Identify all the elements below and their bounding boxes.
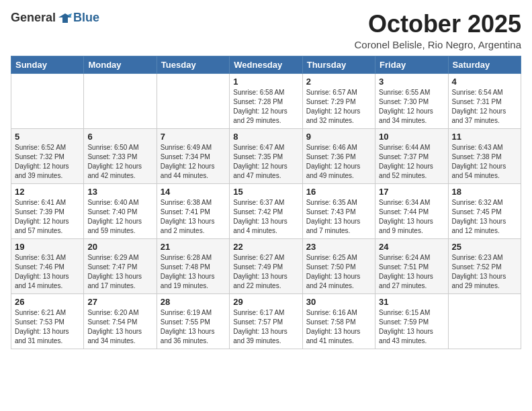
day-number: 28 (161, 297, 226, 307)
calendar-cell: 16Sunrise: 6:35 AM Sunset: 7:43 PM Dayli… (302, 183, 375, 238)
day-number: 22 (233, 242, 298, 252)
calendar-header-row: SundayMondayTuesdayWednesdayThursdayFrid… (11, 56, 521, 73)
day-info: Sunrise: 6:50 AM Sunset: 7:33 PM Dayligh… (87, 143, 152, 181)
day-info: Sunrise: 6:16 AM Sunset: 7:58 PM Dayligh… (306, 308, 371, 346)
day-number: 8 (233, 132, 298, 142)
day-info: Sunrise: 6:58 AM Sunset: 7:28 PM Dayligh… (233, 88, 298, 126)
calendar-table: SundayMondayTuesdayWednesdayThursdayFrid… (11, 56, 521, 349)
calendar-week-row: 19Sunrise: 6:31 AM Sunset: 7:46 PM Dayli… (11, 238, 521, 293)
day-number: 18 (452, 187, 517, 197)
day-info: Sunrise: 6:37 AM Sunset: 7:42 PM Dayligh… (233, 198, 298, 236)
day-number: 19 (15, 242, 80, 252)
day-info: Sunrise: 6:29 AM Sunset: 7:47 PM Dayligh… (87, 253, 152, 291)
day-info: Sunrise: 6:15 AM Sunset: 7:59 PM Dayligh… (379, 308, 444, 346)
calendar-cell: 1Sunrise: 6:58 AM Sunset: 7:28 PM Daylig… (230, 73, 302, 128)
day-info: Sunrise: 6:44 AM Sunset: 7:37 PM Dayligh… (379, 143, 444, 181)
calendar-cell: 24Sunrise: 6:24 AM Sunset: 7:51 PM Dayli… (375, 238, 448, 293)
column-header-sunday: Sunday (11, 56, 84, 73)
day-info: Sunrise: 6:40 AM Sunset: 7:40 PM Dayligh… (87, 198, 152, 236)
calendar-week-row: 26Sunrise: 6:21 AM Sunset: 7:53 PM Dayli… (11, 293, 521, 349)
day-number: 15 (233, 187, 298, 197)
day-number: 26 (15, 297, 80, 307)
day-info: Sunrise: 6:43 AM Sunset: 7:38 PM Dayligh… (452, 143, 517, 181)
day-number: 31 (379, 297, 444, 307)
logo-general-text: General (11, 11, 56, 25)
logo-blue-text: Blue (73, 11, 99, 25)
calendar-cell: 3Sunrise: 6:55 AM Sunset: 7:30 PM Daylig… (375, 73, 448, 128)
day-info: Sunrise: 6:35 AM Sunset: 7:43 PM Dayligh… (306, 198, 371, 236)
day-info: Sunrise: 6:49 AM Sunset: 7:34 PM Dayligh… (161, 143, 226, 181)
calendar-cell: 28Sunrise: 6:19 AM Sunset: 7:55 PM Dayli… (157, 293, 229, 349)
day-number: 17 (379, 187, 444, 197)
calendar-cell: 22Sunrise: 6:27 AM Sunset: 7:49 PM Dayli… (230, 238, 302, 293)
calendar-cell: 19Sunrise: 6:31 AM Sunset: 7:46 PM Dayli… (11, 238, 84, 293)
day-number: 29 (233, 297, 298, 307)
day-info: Sunrise: 6:57 AM Sunset: 7:29 PM Dayligh… (306, 88, 371, 126)
logo-bird-icon (58, 12, 72, 24)
day-number: 5 (15, 132, 80, 142)
calendar-cell: 7Sunrise: 6:49 AM Sunset: 7:34 PM Daylig… (157, 128, 229, 183)
calendar-cell (84, 73, 157, 128)
day-info: Sunrise: 6:38 AM Sunset: 7:41 PM Dayligh… (161, 198, 226, 236)
calendar-cell: 13Sunrise: 6:40 AM Sunset: 7:40 PM Dayli… (84, 183, 157, 238)
calendar-cell: 31Sunrise: 6:15 AM Sunset: 7:59 PM Dayli… (375, 293, 448, 349)
calendar-cell: 11Sunrise: 6:43 AM Sunset: 7:38 PM Dayli… (448, 128, 521, 183)
calendar-cell: 2Sunrise: 6:57 AM Sunset: 7:29 PM Daylig… (302, 73, 375, 128)
day-number: 16 (306, 187, 371, 197)
day-info: Sunrise: 6:25 AM Sunset: 7:50 PM Dayligh… (306, 253, 371, 291)
logo: General Blue (11, 11, 99, 25)
day-number: 30 (306, 297, 371, 307)
location-subtitle: Coronel Belisle, Rio Negro, Argentina (355, 39, 521, 50)
calendar-cell: 8Sunrise: 6:47 AM Sunset: 7:35 PM Daylig… (230, 128, 302, 183)
calendar-cell: 6Sunrise: 6:50 AM Sunset: 7:33 PM Daylig… (84, 128, 157, 183)
calendar-cell: 14Sunrise: 6:38 AM Sunset: 7:41 PM Dayli… (157, 183, 229, 238)
calendar-cell: 21Sunrise: 6:28 AM Sunset: 7:48 PM Dayli… (157, 238, 229, 293)
column-header-wednesday: Wednesday (230, 56, 302, 73)
day-number: 24 (379, 242, 444, 252)
month-title: October 2025 (355, 11, 521, 38)
day-info: Sunrise: 6:21 AM Sunset: 7:53 PM Dayligh… (15, 308, 80, 346)
calendar-cell: 20Sunrise: 6:29 AM Sunset: 7:47 PM Dayli… (84, 238, 157, 293)
calendar-cell: 23Sunrise: 6:25 AM Sunset: 7:50 PM Dayli… (302, 238, 375, 293)
calendar-cell (157, 73, 229, 128)
day-number: 10 (379, 132, 444, 142)
day-number: 7 (161, 132, 226, 142)
calendar-cell: 5Sunrise: 6:52 AM Sunset: 7:32 PM Daylig… (11, 128, 84, 183)
day-info: Sunrise: 6:24 AM Sunset: 7:51 PM Dayligh… (379, 253, 444, 291)
calendar-week-row: 5Sunrise: 6:52 AM Sunset: 7:32 PM Daylig… (11, 128, 521, 183)
calendar-cell: 4Sunrise: 6:54 AM Sunset: 7:31 PM Daylig… (448, 73, 521, 128)
day-number: 13 (87, 187, 152, 197)
day-info: Sunrise: 6:28 AM Sunset: 7:48 PM Dayligh… (161, 253, 226, 291)
column-header-thursday: Thursday (302, 56, 375, 73)
calendar-cell (11, 73, 84, 128)
day-info: Sunrise: 6:17 AM Sunset: 7:57 PM Dayligh… (233, 308, 298, 346)
column-header-monday: Monday (84, 56, 157, 73)
calendar-cell: 12Sunrise: 6:41 AM Sunset: 7:39 PM Dayli… (11, 183, 84, 238)
calendar-cell: 26Sunrise: 6:21 AM Sunset: 7:53 PM Dayli… (11, 293, 84, 349)
column-header-saturday: Saturday (448, 56, 521, 73)
page-header: General Blue October 2025 Coronel Belisl… (11, 11, 521, 50)
calendar-cell: 15Sunrise: 6:37 AM Sunset: 7:42 PM Dayli… (230, 183, 302, 238)
calendar-cell: 27Sunrise: 6:20 AM Sunset: 7:54 PM Dayli… (84, 293, 157, 349)
day-info: Sunrise: 6:34 AM Sunset: 7:44 PM Dayligh… (379, 198, 444, 236)
day-info: Sunrise: 6:31 AM Sunset: 7:46 PM Dayligh… (15, 253, 80, 291)
day-number: 2 (306, 77, 371, 87)
calendar-cell: 30Sunrise: 6:16 AM Sunset: 7:58 PM Dayli… (302, 293, 375, 349)
day-info: Sunrise: 6:32 AM Sunset: 7:45 PM Dayligh… (452, 198, 517, 236)
calendar-cell: 18Sunrise: 6:32 AM Sunset: 7:45 PM Dayli… (448, 183, 521, 238)
calendar-cell (448, 293, 521, 349)
day-number: 23 (306, 242, 371, 252)
day-number: 4 (452, 77, 517, 87)
day-info: Sunrise: 6:41 AM Sunset: 7:39 PM Dayligh… (15, 198, 80, 236)
day-info: Sunrise: 6:46 AM Sunset: 7:36 PM Dayligh… (306, 143, 371, 181)
day-number: 11 (452, 132, 517, 142)
day-info: Sunrise: 6:52 AM Sunset: 7:32 PM Dayligh… (15, 143, 80, 181)
day-number: 12 (15, 187, 80, 197)
day-number: 6 (87, 132, 152, 142)
calendar-week-row: 12Sunrise: 6:41 AM Sunset: 7:39 PM Dayli… (11, 183, 521, 238)
day-info: Sunrise: 6:27 AM Sunset: 7:49 PM Dayligh… (233, 253, 298, 291)
day-info: Sunrise: 6:47 AM Sunset: 7:35 PM Dayligh… (233, 143, 298, 181)
calendar-cell: 25Sunrise: 6:23 AM Sunset: 7:52 PM Dayli… (448, 238, 521, 293)
day-number: 3 (379, 77, 444, 87)
column-header-tuesday: Tuesday (157, 56, 229, 73)
